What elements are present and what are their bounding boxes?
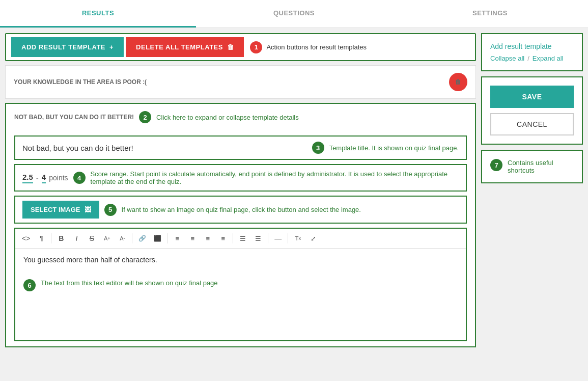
hint-text: Contains useful shortcuts	[508, 159, 574, 174]
add-template-label: ADD RESULT TEMPLATE	[21, 43, 105, 51]
title-row: Not bad, but you can do it better! 3 Tem…	[14, 135, 467, 160]
toolbar-image-button[interactable]: ⬛	[151, 232, 164, 245]
delete-all-templates-button[interactable]: DELETE ALL TEMPLATES 🗑	[126, 37, 244, 57]
shortcut-divider: Collapse all / Expand all	[490, 55, 574, 62]
toolbar-align-left-button[interactable]: ≡	[171, 232, 184, 245]
delete-all-label: DELETE ALL TEMPLATES	[136, 43, 223, 51]
collapse-all-link[interactable]: Collapse all	[490, 55, 524, 62]
shortcuts-box: Add result template Collapse all / Expan…	[481, 33, 583, 71]
save-button[interactable]: SAVE	[490, 86, 574, 108]
editor-description: The text from this text editor will be s…	[41, 279, 218, 287]
toolbar-code-button[interactable]: <>	[19, 232, 33, 245]
toolbar-separator-4	[233, 233, 233, 243]
action-bar-description: Action buttons for result templates	[266, 43, 367, 51]
score-start: 2.5	[22, 173, 33, 183]
toolbar-fullscreen-button[interactable]: ⤢	[306, 232, 320, 245]
toolbar-separator-1	[51, 233, 51, 243]
toolbar-italic-button[interactable]: I	[70, 232, 83, 245]
action-bar-badge: 1	[250, 41, 262, 53]
toolbar-hr-button[interactable]: —	[271, 232, 285, 245]
toolbar-bold-button[interactable]: B	[54, 232, 68, 245]
delete-template-poor-button[interactable]: 🗑	[449, 73, 467, 91]
editor-body[interactable]: You guessed more than half of characters…	[15, 249, 466, 340]
score-field-description: Score range. Start point is calculate au…	[91, 170, 459, 185]
hint-box: 7 Contains useful shortcuts	[481, 150, 583, 183]
actions-box: SAVE CANCEL	[481, 76, 583, 145]
trash-icon-poor: 🗑	[455, 78, 461, 86]
shortcut-separator-text: /	[527, 55, 529, 62]
toolbar-separator-6	[288, 233, 288, 243]
score-row: 2.5 - 4 points 4 Score range. Start poin…	[14, 164, 467, 192]
main-container: RESULTS QUESTIONS SETTINGS ADD RESULT TE…	[0, 0, 588, 381]
toolbar-ordered-list-button[interactable]: ☰	[251, 232, 265, 245]
template-expanded: NOT BAD, BUT YOU CAN DO IT BETTER! 2 Cli…	[5, 103, 476, 347]
template-expanded-description: Click here to expand or collapse templat…	[156, 114, 299, 121]
cancel-button[interactable]: CANCEL	[490, 113, 574, 135]
tab-questions[interactable]: QUESTIONS	[196, 0, 392, 28]
expand-all-link[interactable]: Expand all	[533, 55, 564, 62]
toolbar-align-center-button[interactable]: ≡	[186, 232, 199, 245]
trash-icon: 🗑	[227, 43, 234, 51]
editor-badge: 6	[23, 279, 36, 291]
template-poor-label: YOUR KNOWLEDGE IN THE AREA IS POOR :(	[14, 78, 147, 86]
template-title-value: Not bad, but you can do it better!	[22, 144, 307, 152]
toolbar-bullet-list-button[interactable]: ☰	[236, 232, 249, 245]
toolbar-strikethrough-button[interactable]: S	[85, 232, 98, 245]
toolbar-link-button[interactable]: 🔗	[135, 232, 149, 245]
toolbar-subscript-button[interactable]: A-	[116, 232, 129, 245]
text-editor: <> ¶ B I S A+ A- 🔗 ⬛ ≡	[14, 228, 467, 341]
toolbar-clear-format-button[interactable]: Tx	[291, 232, 304, 245]
image-row: SELECT IMAGE 🖼 5 If want to show an imag…	[14, 196, 467, 224]
toolbar-separator-5	[268, 233, 268, 243]
toolbar-superscript-button[interactable]: A+	[100, 232, 114, 245]
plus-icon: +	[109, 43, 114, 51]
title-field-badge: 3	[312, 142, 324, 154]
action-buttons-bar: ADD RESULT TEMPLATE + DELETE ALL TEMPLAT…	[5, 33, 476, 61]
select-image-button[interactable]: SELECT IMAGE 🖼	[22, 201, 99, 219]
image-field-description: If want to show an image on quiz final p…	[122, 206, 361, 213]
tabs-bar: RESULTS QUESTIONS SETTINGS	[0, 0, 588, 28]
toolbar-separator-3	[167, 233, 167, 243]
image-field-badge: 5	[104, 204, 117, 216]
score-field-badge: 4	[73, 172, 86, 184]
template-row-poor: YOUR KNOWLEDGE IN THE AREA IS POOR :( 🗑	[5, 65, 476, 99]
score-end: 4	[42, 173, 46, 183]
add-result-template-button[interactable]: ADD RESULT TEMPLATE +	[11, 37, 124, 57]
tab-settings[interactable]: SETTINGS	[392, 0, 588, 28]
right-panel: Add result template Collapse all / Expan…	[481, 33, 583, 376]
template-details: Not bad, but you can do it better! 3 Tem…	[6, 130, 475, 346]
image-icon: 🖼	[85, 206, 91, 213]
left-panel: ADD RESULT TEMPLATE + DELETE ALL TEMPLAT…	[5, 33, 476, 376]
add-result-template-link[interactable]: Add result template	[490, 42, 574, 50]
hint-badge: 7	[490, 159, 502, 171]
title-field-description: Template title. It is shown on quiz fina…	[329, 144, 459, 152]
content-area: ADD RESULT TEMPLATE + DELETE ALL TEMPLAT…	[0, 28, 588, 381]
score-label: points	[49, 174, 68, 182]
template-expanded-badge: 2	[139, 111, 151, 123]
select-image-label: SELECT IMAGE	[31, 206, 80, 213]
toolbar-separator-2	[132, 233, 132, 243]
score-dash: -	[36, 174, 39, 182]
toolbar-justify-button[interactable]: ≡	[216, 232, 230, 245]
editor-toolbar: <> ¶ B I S A+ A- 🔗 ⬛ ≡	[15, 229, 466, 249]
template-header-row[interactable]: NOT BAD, BUT YOU CAN DO IT BETTER! 2 Cli…	[6, 104, 475, 130]
toolbar-align-right-button[interactable]: ≡	[201, 232, 214, 245]
editor-annotation: 6 The text from this text editor will be…	[23, 279, 458, 291]
tab-results[interactable]: RESULTS	[0, 0, 196, 28]
editor-content: You guessed more than half of characters…	[23, 256, 458, 264]
template-expanded-label: NOT BAD, BUT YOU CAN DO IT BETTER!	[14, 114, 134, 121]
toolbar-paragraph-button[interactable]: ¶	[35, 232, 48, 245]
score-inputs: 2.5 - 4 points	[22, 173, 68, 183]
